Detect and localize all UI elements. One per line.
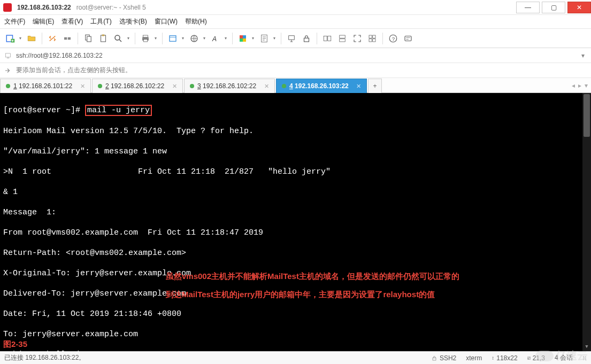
titlebar: 192.168.26.103:22 root@server:~ - Xshell… [0,0,591,15]
status-term: xterm [466,354,482,362]
menu-window[interactable]: 窗口(W) [155,17,178,26]
svg-rect-21 [304,38,309,42]
status-grip-icon: ⁝⁝ [582,354,587,362]
terminal-line: Return-Path: <root@vms002.example.com> [3,248,588,258]
window-title-main: 192.168.26.103:22 [17,4,71,11]
add-session-arrow-icon[interactable] [3,66,12,75]
fullscreen-icon[interactable] [350,32,364,45]
svg-rect-3 [68,37,71,40]
terminal-line: "/var/mail/jerry": 1 message 1 new [3,146,588,157]
search-icon[interactable] [111,32,125,45]
window-title-sub: root@server:~ - Xshell 5 [76,4,146,11]
menu-edit[interactable]: 编辑(E) [33,17,54,26]
lock-icon[interactable] [300,32,313,45]
status-dot-icon [6,84,10,88]
properties-dropdown[interactable]: ▾ [181,32,185,45]
annotation-text-1: 虽然vms002主机并不能解析MailTest主机的域名，但是发送的邮件仍然可以… [166,268,459,284]
svg-rect-29 [373,38,375,41]
encoding-dropdown[interactable]: ▾ [202,32,206,45]
address-dropdown-icon[interactable]: ▾ [578,52,588,59]
toolbar: ▾ ▾ ▾ ▾ ▾ A ▾ ▾ ▾ [0,29,591,48]
tab-close-icon[interactable]: ✕ [172,83,177,90]
svg-rect-18 [243,38,246,42]
svg-rect-28 [369,38,372,41]
status-pos: ⎚21,3 [527,354,545,362]
status-dot-icon [190,84,194,88]
quickbar-hint: 要添加当前会话，点击左侧的箭头按钮。 [16,66,132,75]
tab-prev-icon[interactable]: ◂ [572,82,575,89]
svg-rect-17 [240,38,243,42]
svg-rect-32 [405,36,411,41]
print-dropdown[interactable]: ▾ [153,32,158,45]
svg-rect-5 [87,36,91,42]
session-icon [3,51,13,60]
terminal[interactable]: [root@server ~]# mail -u jerry Heirloom … [0,93,591,351]
print-icon[interactable] [139,32,152,45]
svg-rect-26 [369,35,372,38]
menu-help[interactable]: 帮助(H) [185,17,207,26]
status-ssh: SSH2 [431,354,456,362]
terminal-line: To: jerry@server.example.com [3,329,588,339]
tab-session-3[interactable]: 3 192.168.26.102:22 ✕ [184,79,275,93]
font-dropdown[interactable]: ▾ [224,32,228,45]
minimize-button[interactable]: — [516,2,540,13]
app-icon [3,3,12,12]
copy-icon[interactable] [81,32,95,45]
search-dropdown[interactable]: ▾ [126,32,131,45]
tab-session-4[interactable]: 4 192.168.26.103:22 ✕ [276,79,367,93]
tab-add-button[interactable]: + [368,79,382,93]
terminal-line: Message 1: [3,207,588,218]
layout-horizontal-icon[interactable] [320,32,334,45]
tab-label: 2 192.168.26.102:22 [105,82,164,90]
colorscheme-dropdown[interactable]: ▾ [251,32,255,45]
open-icon[interactable] [25,32,39,45]
terminal-line: & 1 [3,187,588,197]
properties-icon[interactable] [166,32,180,45]
menubar: 文件(F) 编辑(E) 查看(V) 工具(T) 选项卡(B) 窗口(W) 帮助(… [0,15,591,29]
paste-icon[interactable] [96,32,110,45]
menu-tools[interactable]: 工具(T) [90,17,111,26]
statusbar: 已连接 192.168.26.103:22。 SSH2 xterm ↕118x2… [0,351,591,364]
tab-close-icon[interactable]: ✕ [356,83,361,90]
globe-icon[interactable] [187,32,201,45]
terminal-line: [root@server ~]# mail -u jerry [3,105,588,116]
script-dropdown[interactable]: ▾ [272,32,277,45]
status-connected: 已连接 192.168.26.103:22。 [4,353,421,362]
tile-icon[interactable] [365,32,379,45]
reconnect-icon[interactable] [45,32,59,45]
tab-session-1[interactable]: 1 192.168.26.101:22 ✕ [0,79,91,93]
close-button[interactable]: ✕ [567,2,591,13]
tab-close-icon[interactable]: ✕ [80,83,85,90]
svg-rect-33 [5,53,10,57]
status-dot-icon [282,84,286,88]
address-text[interactable]: ssh://root@192.168.26.103:22 [16,52,578,59]
tab-nav: ◂ ▸ ▾ [569,78,591,92]
layout-vertical-icon[interactable] [335,32,349,45]
status-sessions: 4 会话 [555,353,573,362]
disconnect-icon[interactable] [60,32,74,45]
scroll-down-icon[interactable]: ▼ [582,343,591,351]
maximize-button[interactable]: ▢ [542,2,565,13]
menu-view[interactable]: 查看(V) [62,17,83,26]
tab-next-icon[interactable]: ▸ [578,82,581,89]
script-icon[interactable] [257,32,271,45]
colorscheme-icon[interactable] [236,32,250,45]
quickbar: 要添加当前会话，点击左侧的箭头按钮。 [0,63,591,78]
font-icon[interactable]: A [209,32,222,45]
menu-file[interactable]: 文件(F) [4,17,25,26]
svg-text:?: ? [392,35,395,41]
terminal-scrollbar[interactable]: ▲ ▼ [582,93,591,351]
tab-close-icon[interactable]: ✕ [264,83,269,90]
help-icon[interactable]: ? [386,32,400,45]
compose-icon[interactable] [401,32,415,45]
tab-list-icon[interactable]: ▾ [585,82,588,89]
send-icon[interactable] [285,32,298,45]
lock-icon [431,355,438,361]
scroll-thumb[interactable] [584,94,590,137]
svg-rect-2 [64,37,67,40]
svg-rect-20 [289,35,295,40]
new-session-dropdown[interactable]: ▾ [18,32,22,45]
menu-tabs[interactable]: 选项卡(B) [119,17,147,26]
new-session-icon[interactable] [3,32,17,45]
tab-session-2[interactable]: 2 192.168.26.102:22 ✕ [92,79,183,93]
